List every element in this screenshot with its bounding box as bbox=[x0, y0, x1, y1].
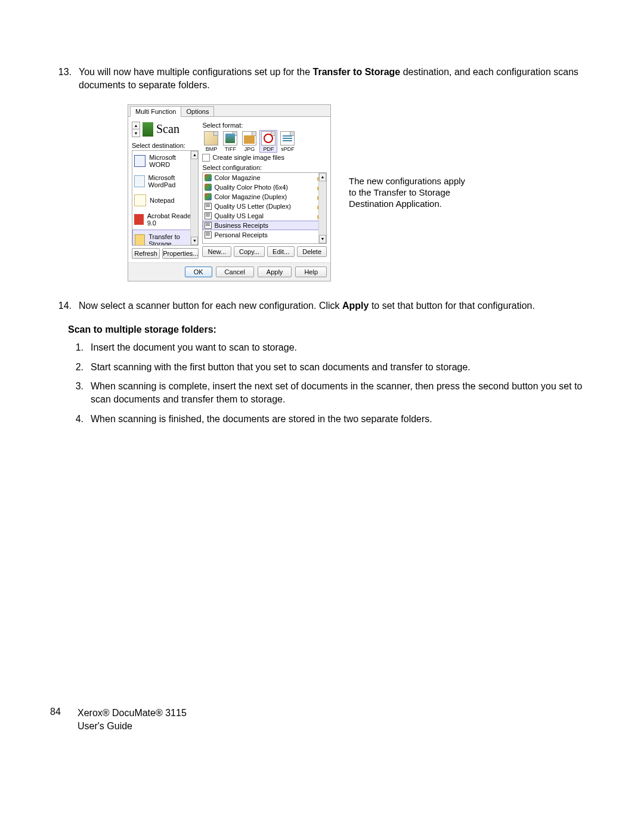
step-text: You will now have multiple configuration… bbox=[79, 66, 587, 92]
format-label: BMP bbox=[203, 146, 219, 152]
list-item: 4.When scanning is finished, the documen… bbox=[68, 413, 587, 426]
list-text: Start scanning with the first button tha… bbox=[91, 361, 587, 374]
step-14: 14. Now select a scanner button for each… bbox=[50, 299, 587, 312]
config-item[interactable]: Quality US Letter (Duplex) bbox=[203, 202, 326, 211]
config-item[interactable]: Business Receipts bbox=[203, 221, 326, 230]
edit-button[interactable]: Edit... bbox=[267, 246, 295, 257]
single-image-checkbox[interactable]: Create single image files bbox=[202, 154, 327, 162]
ok-button[interactable]: OK bbox=[185, 267, 212, 277]
destination-label: Microsoft WORD bbox=[149, 154, 196, 168]
tab-options[interactable]: Options bbox=[181, 106, 214, 117]
format-pdf[interactable]: PDF bbox=[259, 130, 277, 153]
page-icon bbox=[205, 212, 212, 219]
pdf-icon bbox=[134, 214, 144, 225]
page-icon bbox=[205, 203, 212, 210]
format-tiff[interactable]: TIFF bbox=[221, 130, 239, 153]
cancel-button[interactable]: Cancel bbox=[216, 267, 254, 277]
page-number: 84 bbox=[50, 707, 78, 733]
config-label: Personal Receipts bbox=[214, 231, 267, 239]
list-item: 2.Start scanning with the first button t… bbox=[68, 361, 587, 374]
callout-text: The new configurations apply to the Tran… bbox=[349, 176, 468, 209]
list-text: When scanning is complete, insert the ne… bbox=[91, 380, 587, 407]
config-item[interactable]: Personal Receipts bbox=[203, 230, 326, 240]
destination-label: Microsoft WordPad bbox=[148, 174, 197, 188]
file-icon bbox=[204, 131, 218, 145]
step-number: 13. bbox=[50, 66, 79, 92]
scroll-up-icon[interactable]: ▲ bbox=[319, 173, 326, 181]
scrollbar[interactable]: ▲ ▼ bbox=[318, 173, 326, 243]
config-label: Select configuration: bbox=[202, 164, 327, 171]
config-list[interactable]: Color MagazineQuality Color Photo (6x4)C… bbox=[202, 172, 327, 244]
note-icon bbox=[134, 194, 146, 206]
button-number-spinner[interactable]: ▲ ▼ bbox=[132, 122, 140, 137]
list-number: 2. bbox=[68, 361, 91, 374]
destination-item[interactable]: Microsoft WordPad bbox=[132, 171, 198, 191]
format-label: PDF bbox=[260, 146, 277, 152]
subheading: Scan to multiple storage folders: bbox=[68, 324, 587, 335]
config-label: Quality US Letter (Duplex) bbox=[214, 203, 290, 210]
photo-icon bbox=[205, 174, 212, 181]
destination-label: Transfer to Storage bbox=[148, 233, 196, 246]
photo-icon bbox=[205, 184, 212, 191]
page-icon bbox=[205, 231, 212, 239]
scroll-down-icon[interactable]: ▼ bbox=[191, 237, 198, 245]
folder-icon bbox=[135, 234, 145, 246]
copy-button[interactable]: Copy... bbox=[234, 246, 265, 257]
config-item[interactable]: Quality Color Photo (6x4) bbox=[203, 182, 326, 192]
config-item[interactable]: Quality US Legal bbox=[203, 211, 326, 221]
delete-button[interactable]: Delete bbox=[297, 246, 327, 257]
properties-button[interactable]: Properties... bbox=[162, 248, 199, 259]
apply-button[interactable]: Apply bbox=[258, 267, 292, 277]
scan-dialog: Multi Function Options ▲ ▼ Scan Select d… bbox=[128, 104, 331, 281]
word-icon bbox=[134, 155, 145, 167]
file-icon bbox=[223, 131, 237, 145]
list-text: When scanning is finished, the documents… bbox=[91, 413, 587, 426]
config-item[interactable]: Color Magazine (Duplex) bbox=[203, 192, 326, 202]
scan-header: ▲ ▼ Scan bbox=[132, 120, 199, 141]
config-item[interactable]: Color Magazine bbox=[203, 173, 326, 182]
scrollbar[interactable]: ▲ ▼ bbox=[190, 151, 198, 245]
help-button[interactable]: Help bbox=[295, 267, 327, 277]
format-row: BMPTIFFJPGPDFsPDF bbox=[202, 130, 327, 153]
scan-icon bbox=[143, 122, 153, 137]
step-13: 13. You will now have multiple configura… bbox=[50, 66, 587, 92]
destination-item[interactable]: Acrobat Reader 9.0 bbox=[132, 209, 198, 230]
new-button[interactable]: New... bbox=[202, 246, 231, 257]
list-item: 3.When scanning is complete, insert the … bbox=[68, 380, 587, 407]
checkbox-icon[interactable] bbox=[202, 154, 210, 162]
format-jpg[interactable]: JPG bbox=[240, 130, 258, 153]
config-label: Quality Color Photo (6x4) bbox=[214, 184, 288, 191]
destination-item[interactable]: Notepad bbox=[132, 191, 198, 209]
config-label: Business Receipts bbox=[214, 222, 268, 229]
config-label: Color Magazine (Duplex) bbox=[214, 193, 287, 200]
tab-multi-function[interactable]: Multi Function bbox=[130, 106, 181, 117]
spinner-down-icon[interactable]: ▼ bbox=[132, 129, 140, 137]
photo-icon bbox=[205, 193, 212, 200]
file-icon bbox=[261, 131, 275, 145]
scroll-down-icon[interactable]: ▼ bbox=[319, 235, 326, 243]
step-number: 14. bbox=[50, 299, 79, 312]
spinner-up-icon[interactable]: ▲ bbox=[132, 122, 140, 130]
scan-title: Scan bbox=[156, 122, 179, 136]
page-footer: 84 Xerox® DocuMate® 3115 User's Guide bbox=[50, 707, 187, 733]
destination-item[interactable]: Transfer to Storage bbox=[132, 230, 198, 246]
format-label: sPDF bbox=[279, 146, 296, 152]
refresh-button[interactable]: Refresh bbox=[132, 248, 160, 259]
file-icon bbox=[242, 131, 256, 145]
destination-label: Acrobat Reader 9.0 bbox=[147, 212, 197, 227]
list-text: Insert the document you want to scan to … bbox=[91, 341, 587, 354]
config-label: Color Magazine bbox=[214, 174, 260, 181]
destination-list[interactable]: Microsoft WORDMicrosoft WordPadNotepadAc… bbox=[132, 150, 199, 246]
page-icon bbox=[205, 222, 212, 229]
scroll-up-icon[interactable]: ▲ bbox=[191, 151, 198, 159]
tab-strip: Multi Function Options bbox=[128, 105, 330, 117]
format-spdf[interactable]: sPDF bbox=[278, 130, 296, 153]
destination-item[interactable]: Microsoft WORD bbox=[132, 151, 198, 171]
file-icon bbox=[280, 131, 295, 145]
dialog-buttons: OK Cancel Apply Help bbox=[128, 262, 330, 281]
step-text: Now select a scanner button for each new… bbox=[79, 299, 587, 312]
destination-label: Select destination: bbox=[132, 142, 199, 149]
format-bmp[interactable]: BMP bbox=[202, 130, 220, 153]
list-number: 4. bbox=[68, 413, 91, 426]
list-number: 3. bbox=[68, 380, 91, 407]
